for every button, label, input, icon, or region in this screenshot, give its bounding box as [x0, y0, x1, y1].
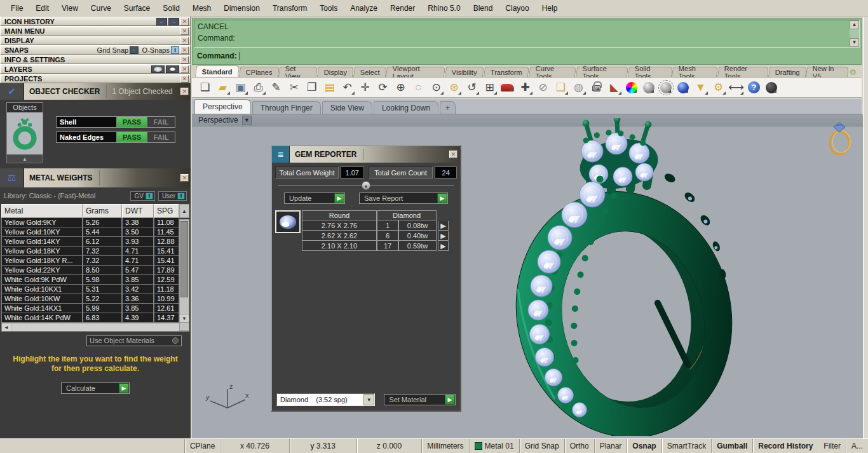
menu-solid[interactable]: Solid	[157, 2, 186, 15]
scrollbar-thumb[interactable]	[180, 221, 188, 297]
render-sphere-icon[interactable]	[766, 82, 777, 93]
perspective-viewport[interactable]: Perspective ▼	[192, 114, 863, 438]
toolbar-tab-solid-tools[interactable]: Solid Tools	[627, 67, 672, 77]
layer-on-eye-icon[interactable]	[166, 65, 179, 73]
table-row[interactable]: White Gold:14KX15.993.8512.61	[1, 304, 189, 313]
cplane-button[interactable]: CPlane	[184, 439, 220, 453]
toolbar-tab-drafting[interactable]: Drafting	[768, 67, 807, 77]
close-icon[interactable]: ✕	[180, 18, 189, 25]
availability-button[interactable]: A...	[846, 439, 868, 453]
dropdown-arrow-icon[interactable]: ▼	[363, 394, 374, 405]
circle-tool-icon[interactable]: ⊘	[535, 79, 551, 95]
command-scrollbar[interactable]: ▲ ▼	[850, 20, 859, 47]
selection-filter-icon[interactable]: ▼	[693, 79, 709, 95]
settings-gears-icon[interactable]: ⚙	[710, 79, 726, 95]
properties-icon[interactable]: ✎	[268, 79, 284, 95]
menu-blend[interactable]: Blend	[468, 2, 499, 15]
user-toggle[interactable]: UserI	[158, 191, 187, 201]
gem-thumbnail[interactable]	[275, 210, 301, 233]
lightbulb-icon[interactable]: ◍	[571, 79, 587, 95]
panel-main-menu[interactable]: MAIN MENU ✕	[0, 26, 191, 36]
viewport-tab-side-view[interactable]: Side View	[322, 101, 372, 114]
scroll-up-icon[interactable]: ▲	[850, 20, 859, 29]
table-row[interactable]: Yellow Gold:22KY8.505.4717.89	[1, 266, 189, 275]
menu-clayoo[interactable]: Clayoo	[499, 2, 534, 15]
print-icon[interactable]: ⎙	[250, 79, 266, 95]
gem-reporter-dialog[interactable]: ≣ GEM REPORTER ✕ Total Gem Weight 1.07 T…	[271, 145, 461, 412]
color-wheel-icon[interactable]	[626, 82, 637, 93]
gem-row[interactable]: 2.62 X 2.62 6 0.40tw ▶	[302, 231, 457, 241]
panel-display[interactable]: DISPLAY ✕	[0, 36, 191, 45]
table-row[interactable]: White Gold:10KW5.223.3610.99	[1, 294, 189, 304]
collapse-arrow-icon[interactable]: ▲	[362, 181, 370, 190]
ortho-toggle[interactable]: Ortho	[564, 439, 594, 453]
table-row[interactable]: White Gold:10KX15.313.4211.18	[1, 285, 189, 294]
objects-collapse-arrow-icon[interactable]: ▲	[6, 154, 43, 163]
render-car-icon[interactable]	[501, 84, 514, 91]
osnap-toggle[interactable]: Osnap	[627, 439, 661, 453]
close-icon[interactable]: ✕	[180, 27, 189, 35]
set-material-button[interactable]: Set Material▶	[384, 394, 456, 405]
scroll-left-icon[interactable]: ◄	[2, 323, 11, 331]
toolbar-tab-display[interactable]: Display	[317, 67, 354, 77]
toolbar-tab-transform[interactable]: Transform	[484, 67, 529, 77]
toolbar-options-icon[interactable]: ⚙	[849, 67, 857, 77]
open-file-icon[interactable]: ▰	[215, 79, 231, 95]
menu-help[interactable]: Help	[536, 2, 564, 15]
move-icon[interactable]: ✚	[517, 79, 533, 95]
menu-analyze[interactable]: Analyze	[344, 2, 383, 15]
copy-icon[interactable]: ❐	[304, 79, 320, 95]
panel-layers[interactable]: LAYERS ✕	[0, 64, 191, 74]
object-checker-header[interactable]: ✔ OBJECT CHECKER 1 Object Checked ✕	[0, 83, 191, 100]
toolbar-tab-viewport-layout[interactable]: Viewport Layout	[386, 67, 445, 77]
select-gems-arrow-icon[interactable]: ▶	[438, 231, 449, 241]
help-icon[interactable]: ?	[748, 81, 760, 93]
viewport-tab-perspective[interactable]: Perspective	[194, 99, 251, 114]
objects-tab[interactable]: Objects	[6, 102, 43, 112]
command-prompt[interactable]: Command:	[194, 50, 860, 62]
close-icon[interactable]: ✕	[180, 75, 189, 83]
toolbar-tab-surface-tools[interactable]: Surface Tools	[576, 67, 628, 77]
toolbar-tab-select[interactable]: Select	[353, 67, 387, 77]
panel-snaps[interactable]: SNAPS Grid Snap ○ O-Snaps I ✕	[0, 45, 191, 55]
save-report-button[interactable]: Save Report▶	[359, 193, 448, 204]
select-gems-arrow-icon[interactable]: ▶	[438, 221, 449, 231]
grid-snap-toggle[interactable]: Grid Snap	[519, 439, 564, 453]
window-right-scrollbar[interactable]	[863, 17, 868, 438]
menu-tools[interactable]: Tools	[314, 2, 343, 15]
toolbar-tab-mesh-tools[interactable]: Mesh Tools	[672, 67, 718, 77]
control-points-icon[interactable]: ❑	[553, 79, 569, 95]
new-file-icon[interactable]: ❏	[197, 79, 213, 95]
menu-mesh[interactable]: Mesh	[187, 2, 217, 15]
table-row[interactable]: Yellow Gold:10KY5.443.5011.45	[1, 227, 189, 237]
select-gems-arrow-icon[interactable]: ▶	[438, 241, 449, 251]
metal-weights-header[interactable]: ⚖ METAL WEIGHTS ✕	[0, 168, 191, 187]
history-forward-icon[interactable]: →	[168, 18, 179, 25]
menu-surface[interactable]: Surface	[118, 2, 156, 15]
osnaps-toggle[interactable]: I	[171, 46, 179, 54]
viewport-tab-through-finger[interactable]: Through Finger	[252, 101, 321, 114]
smarttrack-toggle[interactable]: SmartTrack	[661, 439, 712, 453]
calculate-button[interactable]: Calculate ▶	[61, 382, 130, 394]
menu-dimension[interactable]: Dimension	[218, 2, 266, 15]
ghosted-sphere-icon[interactable]	[660, 82, 672, 93]
gem-reporter-titlebar[interactable]: ≣ GEM REPORTER ✕	[272, 146, 460, 163]
material-select[interactable]: Diamond (3.52 spg) ▼	[276, 393, 375, 406]
table-row[interactable]: White Gold:9K PdW5.983.8512.59	[1, 275, 189, 285]
zoom-window-icon[interactable]: ◌	[410, 79, 426, 95]
toolbar-tab-standard[interactable]: Standard	[195, 65, 240, 77]
command-history[interactable]: CANCEL Command: ▲ ▼	[194, 20, 860, 48]
menu-edit[interactable]: Edit	[30, 2, 55, 15]
table-row[interactable]: Yellow Gold:9KY5.263.3811.08	[1, 218, 189, 227]
layers-icon[interactable]: ◣	[606, 79, 622, 95]
toolbar-tab-cplanes[interactable]: CPlanes	[239, 67, 280, 77]
zoom-extents-icon[interactable]: ⊙	[428, 79, 444, 95]
toolbar-tab-visibility[interactable]: Visibility	[445, 67, 484, 77]
menu-curve[interactable]: Curve	[85, 2, 117, 15]
lock-icon[interactable]	[592, 85, 600, 91]
close-icon[interactable]: ✕	[180, 174, 189, 182]
pan-icon[interactable]: ✛	[357, 79, 373, 95]
gv-toggle[interactable]: GVI	[130, 191, 154, 201]
toolbar-tab-set-view[interactable]: Set View	[278, 67, 318, 77]
panel-icon-history[interactable]: ICON HISTORY ← → ✕	[0, 17, 191, 26]
